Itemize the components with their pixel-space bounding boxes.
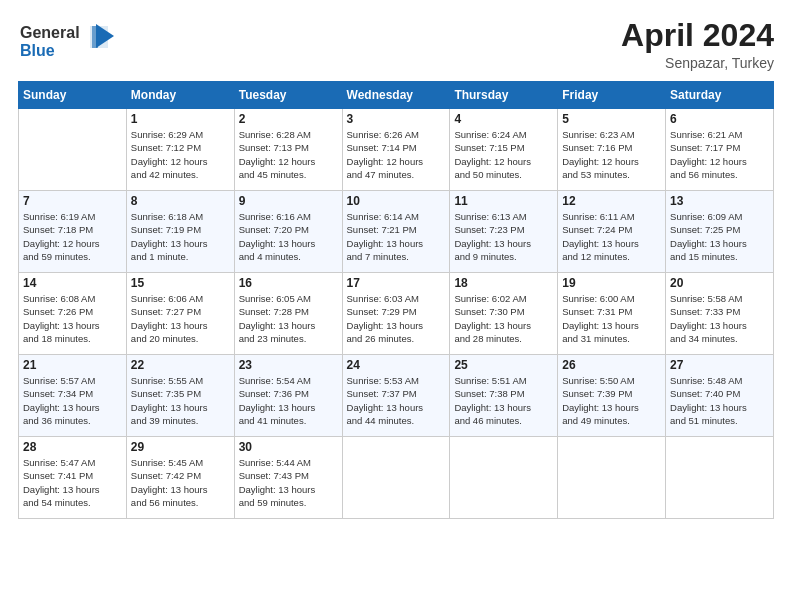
cell-w2-d2: 8Sunrise: 6:18 AMSunset: 7:19 PMDaylight…: [126, 191, 234, 273]
day-number: 29: [131, 440, 230, 454]
day-info: Sunrise: 6:11 AMSunset: 7:24 PMDaylight:…: [562, 210, 661, 263]
svg-rect-4: [92, 26, 98, 48]
day-number: 25: [454, 358, 553, 372]
day-number: 9: [239, 194, 338, 208]
cell-w4-d2: 22Sunrise: 5:55 AMSunset: 7:35 PMDayligh…: [126, 355, 234, 437]
cell-w2-d3: 9Sunrise: 6:16 AMSunset: 7:20 PMDaylight…: [234, 191, 342, 273]
title-block: April 2024 Senpazar, Turkey: [621, 18, 774, 71]
cell-w2-d7: 13Sunrise: 6:09 AMSunset: 7:25 PMDayligh…: [666, 191, 774, 273]
day-number: 1: [131, 112, 230, 126]
day-info: Sunrise: 6:21 AMSunset: 7:17 PMDaylight:…: [670, 128, 769, 181]
day-number: 24: [347, 358, 446, 372]
day-info: Sunrise: 6:08 AMSunset: 7:26 PMDaylight:…: [23, 292, 122, 345]
day-number: 26: [562, 358, 661, 372]
day-info: Sunrise: 6:09 AMSunset: 7:25 PMDaylight:…: [670, 210, 769, 263]
day-info: Sunrise: 5:58 AMSunset: 7:33 PMDaylight:…: [670, 292, 769, 345]
day-number: 28: [23, 440, 122, 454]
day-number: 5: [562, 112, 661, 126]
cell-w3-d4: 17Sunrise: 6:03 AMSunset: 7:29 PMDayligh…: [342, 273, 450, 355]
day-info: Sunrise: 5:57 AMSunset: 7:34 PMDaylight:…: [23, 374, 122, 427]
day-info: Sunrise: 6:05 AMSunset: 7:28 PMDaylight:…: [239, 292, 338, 345]
logo: General Blue: [18, 18, 123, 66]
cell-w1-d4: 3Sunrise: 6:26 AMSunset: 7:14 PMDaylight…: [342, 109, 450, 191]
cell-w1-d3: 2Sunrise: 6:28 AMSunset: 7:13 PMDaylight…: [234, 109, 342, 191]
month-title: April 2024: [621, 18, 774, 53]
day-info: Sunrise: 6:29 AMSunset: 7:12 PMDaylight:…: [131, 128, 230, 181]
day-info: Sunrise: 6:19 AMSunset: 7:18 PMDaylight:…: [23, 210, 122, 263]
calendar-body: 1Sunrise: 6:29 AMSunset: 7:12 PMDaylight…: [19, 109, 774, 519]
day-info: Sunrise: 6:18 AMSunset: 7:19 PMDaylight:…: [131, 210, 230, 263]
day-number: 6: [670, 112, 769, 126]
cell-w1-d7: 6Sunrise: 6:21 AMSunset: 7:17 PMDaylight…: [666, 109, 774, 191]
day-number: 8: [131, 194, 230, 208]
cell-w4-d7: 27Sunrise: 5:48 AMSunset: 7:40 PMDayligh…: [666, 355, 774, 437]
calendar-table: Sunday Monday Tuesday Wednesday Thursday…: [18, 81, 774, 519]
day-info: Sunrise: 6:24 AMSunset: 7:15 PMDaylight:…: [454, 128, 553, 181]
cell-w4-d6: 26Sunrise: 5:50 AMSunset: 7:39 PMDayligh…: [558, 355, 666, 437]
cell-w3-d6: 19Sunrise: 6:00 AMSunset: 7:31 PMDayligh…: [558, 273, 666, 355]
location: Senpazar, Turkey: [621, 55, 774, 71]
svg-text:Blue: Blue: [20, 42, 55, 59]
cell-w2-d5: 11Sunrise: 6:13 AMSunset: 7:23 PMDayligh…: [450, 191, 558, 273]
day-number: 30: [239, 440, 338, 454]
week-row-5: 28Sunrise: 5:47 AMSunset: 7:41 PMDayligh…: [19, 437, 774, 519]
day-info: Sunrise: 6:14 AMSunset: 7:21 PMDaylight:…: [347, 210, 446, 263]
day-info: Sunrise: 6:28 AMSunset: 7:13 PMDaylight:…: [239, 128, 338, 181]
cell-w5-d4: [342, 437, 450, 519]
cell-w5-d6: [558, 437, 666, 519]
day-number: 11: [454, 194, 553, 208]
day-info: Sunrise: 6:23 AMSunset: 7:16 PMDaylight:…: [562, 128, 661, 181]
cell-w4-d5: 25Sunrise: 5:51 AMSunset: 7:38 PMDayligh…: [450, 355, 558, 437]
col-wednesday: Wednesday: [342, 82, 450, 109]
cell-w5-d1: 28Sunrise: 5:47 AMSunset: 7:41 PMDayligh…: [19, 437, 127, 519]
col-monday: Monday: [126, 82, 234, 109]
day-info: Sunrise: 5:44 AMSunset: 7:43 PMDaylight:…: [239, 456, 338, 509]
day-number: 17: [347, 276, 446, 290]
week-row-4: 21Sunrise: 5:57 AMSunset: 7:34 PMDayligh…: [19, 355, 774, 437]
cell-w3-d1: 14Sunrise: 6:08 AMSunset: 7:26 PMDayligh…: [19, 273, 127, 355]
cell-w5-d5: [450, 437, 558, 519]
day-number: 4: [454, 112, 553, 126]
cell-w4-d3: 23Sunrise: 5:54 AMSunset: 7:36 PMDayligh…: [234, 355, 342, 437]
cell-w5-d2: 29Sunrise: 5:45 AMSunset: 7:42 PMDayligh…: [126, 437, 234, 519]
week-row-1: 1Sunrise: 6:29 AMSunset: 7:12 PMDaylight…: [19, 109, 774, 191]
day-info: Sunrise: 6:00 AMSunset: 7:31 PMDaylight:…: [562, 292, 661, 345]
day-number: 20: [670, 276, 769, 290]
day-info: Sunrise: 5:50 AMSunset: 7:39 PMDaylight:…: [562, 374, 661, 427]
cell-w4-d4: 24Sunrise: 5:53 AMSunset: 7:37 PMDayligh…: [342, 355, 450, 437]
day-info: Sunrise: 5:45 AMSunset: 7:42 PMDaylight:…: [131, 456, 230, 509]
day-info: Sunrise: 5:53 AMSunset: 7:37 PMDaylight:…: [347, 374, 446, 427]
day-info: Sunrise: 5:55 AMSunset: 7:35 PMDaylight:…: [131, 374, 230, 427]
col-saturday: Saturday: [666, 82, 774, 109]
cell-w2-d4: 10Sunrise: 6:14 AMSunset: 7:21 PMDayligh…: [342, 191, 450, 273]
day-number: 13: [670, 194, 769, 208]
header-row: Sunday Monday Tuesday Wednesday Thursday…: [19, 82, 774, 109]
day-number: 21: [23, 358, 122, 372]
header: General Blue April 2024 Senpazar, Turkey: [18, 18, 774, 71]
day-number: 10: [347, 194, 446, 208]
day-info: Sunrise: 6:16 AMSunset: 7:20 PMDaylight:…: [239, 210, 338, 263]
cell-w1-d5: 4Sunrise: 6:24 AMSunset: 7:15 PMDaylight…: [450, 109, 558, 191]
cell-w5-d7: [666, 437, 774, 519]
page: General Blue April 2024 Senpazar, Turkey…: [0, 0, 792, 612]
logo-icon: General Blue: [18, 18, 123, 62]
cell-w2-d6: 12Sunrise: 6:11 AMSunset: 7:24 PMDayligh…: [558, 191, 666, 273]
day-info: Sunrise: 5:48 AMSunset: 7:40 PMDaylight:…: [670, 374, 769, 427]
cell-w5-d3: 30Sunrise: 5:44 AMSunset: 7:43 PMDayligh…: [234, 437, 342, 519]
day-number: 15: [131, 276, 230, 290]
cell-w3-d7: 20Sunrise: 5:58 AMSunset: 7:33 PMDayligh…: [666, 273, 774, 355]
day-number: 16: [239, 276, 338, 290]
day-number: 22: [131, 358, 230, 372]
day-info: Sunrise: 6:13 AMSunset: 7:23 PMDaylight:…: [454, 210, 553, 263]
day-info: Sunrise: 5:54 AMSunset: 7:36 PMDaylight:…: [239, 374, 338, 427]
day-number: 3: [347, 112, 446, 126]
svg-text:General: General: [20, 24, 80, 41]
day-info: Sunrise: 6:26 AMSunset: 7:14 PMDaylight:…: [347, 128, 446, 181]
day-info: Sunrise: 6:06 AMSunset: 7:27 PMDaylight:…: [131, 292, 230, 345]
week-row-2: 7Sunrise: 6:19 AMSunset: 7:18 PMDaylight…: [19, 191, 774, 273]
day-info: Sunrise: 6:03 AMSunset: 7:29 PMDaylight:…: [347, 292, 446, 345]
cell-w1-d1: [19, 109, 127, 191]
day-number: 12: [562, 194, 661, 208]
day-number: 18: [454, 276, 553, 290]
day-number: 23: [239, 358, 338, 372]
